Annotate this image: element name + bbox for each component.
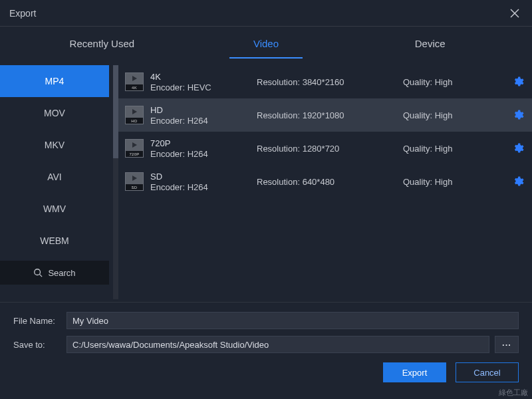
category-tabs: Recently Used Video Device bbox=[0, 27, 532, 60]
file-name-input[interactable] bbox=[66, 312, 519, 329]
preset-thumb-icon: SD bbox=[125, 172, 144, 191]
tab-video[interactable]: Video bbox=[184, 27, 348, 60]
format-mov[interactable]: MOV bbox=[0, 97, 109, 129]
preset-row[interactable]: 4K4KEncoder: HEVCResolution: 3840*2160Qu… bbox=[118, 65, 532, 98]
close-button[interactable] bbox=[509, 8, 520, 19]
preset-row[interactable]: SDSDEncoder: H264Resolution: 640*480Qual… bbox=[118, 165, 532, 198]
preset-name: 720P bbox=[150, 138, 257, 148]
format-mp4[interactable]: MP4 bbox=[0, 65, 109, 97]
cancel-button[interactable]: Cancel bbox=[456, 362, 519, 382]
scrollbar-thumb[interactable] bbox=[113, 65, 118, 158]
format-sidebar: MP4 MOV MKV AVI WMV WEBM Search bbox=[0, 60, 113, 299]
preset-resolution: Resolution: 640*480 bbox=[257, 177, 390, 187]
preset-quality: Quality: High bbox=[390, 110, 512, 120]
gear-icon[interactable] bbox=[512, 176, 524, 188]
search-input[interactable]: Search bbox=[0, 261, 109, 285]
preset-name: SD bbox=[150, 172, 257, 182]
preset-encoder: Encoder: HEVC bbox=[150, 82, 257, 92]
preset-resolution: Resolution: 1920*1080 bbox=[257, 110, 390, 120]
gear-icon[interactable] bbox=[512, 109, 524, 121]
preset-encoder: Encoder: H264 bbox=[150, 149, 257, 159]
preset-resolution: Resolution: 3840*2160 bbox=[257, 77, 390, 87]
preset-quality: Quality: High bbox=[390, 77, 512, 87]
preset-row[interactable]: 720P720PEncoder: H264Resolution: 1280*72… bbox=[118, 132, 532, 165]
svg-line-3 bbox=[40, 275, 43, 277]
preset-thumb-icon: 720P bbox=[125, 139, 144, 158]
format-mkv[interactable]: MKV bbox=[0, 129, 109, 161]
preset-quality: Quality: High bbox=[390, 144, 512, 154]
preset-name: 4K bbox=[150, 72, 257, 82]
svg-point-2 bbox=[35, 269, 41, 275]
preset-list: 4K4KEncoder: HEVCResolution: 3840*2160Qu… bbox=[118, 60, 532, 299]
gear-icon[interactable] bbox=[512, 142, 524, 154]
preset-row[interactable]: HDHDEncoder: H264Resolution: 1920*1080Qu… bbox=[118, 98, 532, 132]
save-to-input[interactable] bbox=[66, 336, 489, 353]
watermark: 綠色工廠 bbox=[499, 388, 528, 398]
export-button[interactable]: Export bbox=[383, 362, 446, 382]
format-wmv[interactable]: WMV bbox=[0, 193, 109, 225]
save-to-label: Save to: bbox=[13, 340, 61, 350]
preset-quality: Quality: High bbox=[390, 177, 512, 187]
search-icon bbox=[33, 268, 43, 277]
preset-thumb-icon: HD bbox=[125, 106, 144, 124]
file-name-label: File Name: bbox=[13, 316, 61, 326]
window-title: Export bbox=[9, 8, 36, 19]
format-webm[interactable]: WEBM bbox=[0, 225, 109, 257]
preset-encoder: Encoder: H264 bbox=[150, 182, 257, 192]
preset-resolution: Resolution: 1280*720 bbox=[257, 144, 390, 154]
search-label: Search bbox=[48, 268, 75, 278]
preset-encoder: Encoder: H264 bbox=[150, 116, 257, 126]
preset-thumb-icon: 4K bbox=[125, 72, 144, 91]
gear-icon[interactable] bbox=[512, 76, 524, 88]
preset-name: HD bbox=[150, 105, 257, 115]
sidebar-scrollbar[interactable] bbox=[113, 65, 118, 299]
tab-recently-used[interactable]: Recently Used bbox=[20, 27, 184, 60]
browse-button[interactable]: ··· bbox=[495, 336, 519, 353]
format-avi[interactable]: AVI bbox=[0, 161, 109, 193]
tab-device[interactable]: Device bbox=[348, 27, 512, 60]
